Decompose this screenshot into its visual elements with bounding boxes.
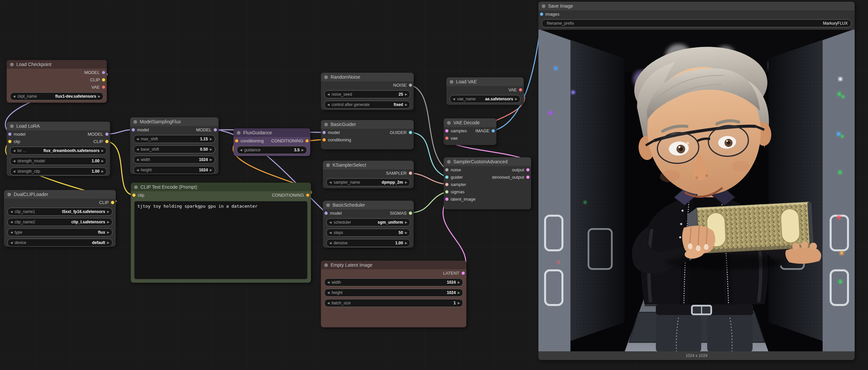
increment-arrow-icon[interactable]: ▶ <box>302 149 304 152</box>
prompt-textarea[interactable]: tjtoy toy holding sparkgpu gpu in a data… <box>134 201 308 279</box>
decrement-arrow-icon[interactable]: ◀ <box>329 221 332 224</box>
node-titlebar[interactable]: Load LoRA <box>7 122 110 130</box>
decrement-arrow-icon[interactable]: ◀ <box>136 158 139 161</box>
decrement-arrow-icon[interactable]: ◀ <box>329 181 332 184</box>
node-titlebar[interactable]: CLIP Text Encode (Prompt) <box>131 183 311 191</box>
node-titlebar[interactable]: Empty Latent Image <box>321 261 466 269</box>
SAMPLER-output-pin[interactable] <box>409 171 412 175</box>
increment-arrow-icon[interactable]: ▶ <box>458 281 460 284</box>
decrement-arrow-icon[interactable]: ◀ <box>13 170 16 173</box>
increment-arrow-icon[interactable]: ▶ <box>210 158 212 161</box>
width-widget[interactable]: ◀width1024▶ <box>133 156 215 164</box>
noise-input-pin[interactable] <box>445 168 449 172</box>
decrement-arrow-icon[interactable]: ◀ <box>10 231 13 234</box>
node-titlebar[interactable]: ModelSamplingFlux <box>130 117 218 126</box>
increment-arrow-icon[interactable]: ▶ <box>458 291 460 294</box>
filename-prefix-widget[interactable]: filename_prefixMarkuryFLUX <box>542 19 851 27</box>
VAE-output-pin[interactable] <box>102 85 105 89</box>
node-flux-guidance[interactable]: FluxGuidanceconditioningCONDITIONING◀gui… <box>234 128 310 156</box>
collapse-dot[interactable] <box>447 121 451 125</box>
collapse-dot[interactable] <box>324 263 328 267</box>
decrement-arrow-icon[interactable]: ◀ <box>240 149 242 152</box>
sampler-name-widget[interactable]: ◀sampler_namedpmpp_2m▶ <box>326 178 410 186</box>
CLIP-output-pin[interactable] <box>111 201 115 204</box>
node-dual-clip-loader[interactable]: DualCLIPLoaderCLIP◀clip_name1t5xxl_fp16.… <box>4 190 116 247</box>
increment-arrow-icon[interactable]: ▶ <box>515 98 518 101</box>
decrement-arrow-icon[interactable]: ◀ <box>10 241 13 244</box>
increment-arrow-icon[interactable]: ▶ <box>405 221 407 224</box>
width-widget[interactable]: ◀width1024▶ <box>324 278 463 286</box>
increment-arrow-icon[interactable]: ▶ <box>107 221 110 224</box>
increment-arrow-icon[interactable]: ▶ <box>101 160 104 163</box>
node-titlebar[interactable]: VAE Decode <box>444 118 496 127</box>
collapse-dot[interactable] <box>326 203 330 207</box>
vae-name-widget[interactable]: ◀vae_nameae.safetensors▶ <box>450 95 520 103</box>
latent_image-input-pin[interactable] <box>445 197 449 201</box>
model-input-pin[interactable] <box>322 131 326 134</box>
base-shift-widget[interactable]: ◀base_shift0.50▶ <box>133 145 215 153</box>
collapse-dot[interactable] <box>324 75 328 79</box>
vae-input-pin[interactable] <box>445 136 449 140</box>
SIGMAS-output-pin[interactable] <box>409 211 412 215</box>
max-shift-widget[interactable]: ◀max_shift1.15▶ <box>133 135 215 143</box>
decrement-arrow-icon[interactable]: ◀ <box>327 103 330 106</box>
ckpt-name-widget[interactable]: ◀ckpt_nameflux1-dev.safetensors▶ <box>10 92 103 100</box>
increment-arrow-icon[interactable]: ▶ <box>210 138 212 141</box>
node-load-vae[interactable]: Load VAEVAE◀vae_nameae.safetensors▶ <box>446 77 524 105</box>
decrement-arrow-icon[interactable]: ◀ <box>329 231 332 234</box>
collapse-dot[interactable] <box>10 124 14 128</box>
increment-arrow-icon[interactable]: ▶ <box>107 210 110 213</box>
clip-input-pin[interactable] <box>8 140 12 143</box>
increment-arrow-icon[interactable]: ▶ <box>101 149 104 152</box>
conditioning-input-pin[interactable] <box>322 138 326 142</box>
VAE-output-pin[interactable] <box>519 88 522 92</box>
MODEL-output-pin[interactable] <box>102 71 105 74</box>
node-titlebar[interactable]: BasicGuider <box>321 120 414 129</box>
node-model-sampling-flux[interactable]: ModelSamplingFluxmodelMODEL◀max_shift1.1… <box>130 117 218 174</box>
conditioning-input-pin[interactable] <box>235 139 239 143</box>
CONDITIONING-output-pin[interactable] <box>305 139 309 143</box>
collapse-dot[interactable] <box>10 63 14 66</box>
decrement-arrow-icon[interactable]: ◀ <box>10 210 13 213</box>
node-sampler-custom-advanced[interactable]: SamplerCustomAdvancednoiseoutputguiderde… <box>444 157 531 209</box>
decrement-arrow-icon[interactable]: ◀ <box>13 95 16 98</box>
device-widget[interactable]: ◀devicedefault▶ <box>7 239 113 247</box>
decrement-arrow-icon[interactable]: ◀ <box>13 149 16 152</box>
node-empty-latent-image[interactable]: Empty Latent ImageLATENT◀width1024▶◀heig… <box>321 261 466 327</box>
node-save-image[interactable]: Save Imageimagesfilename_prefixMarkuryFL… <box>538 2 855 360</box>
decrement-arrow-icon[interactable]: ◀ <box>329 242 332 245</box>
scheduler-widget[interactable]: ◀schedulersgm_uniform▶ <box>326 218 410 226</box>
CLIP-output-pin[interactable] <box>102 78 105 82</box>
increment-arrow-icon[interactable]: ▶ <box>405 181 407 184</box>
increment-arrow-icon[interactable]: ▶ <box>107 241 110 244</box>
clip-input-pin[interactable] <box>132 193 136 197</box>
decrement-arrow-icon[interactable]: ◀ <box>136 138 139 141</box>
denoise-widget[interactable]: ◀denoise1.00▶ <box>326 239 410 247</box>
node-vae-decode[interactable]: VAE DecodesamplesIMAGEvae <box>444 118 496 145</box>
decrement-arrow-icon[interactable]: ◀ <box>327 291 330 294</box>
node-graph-canvas[interactable]: Load CheckpointMODELCLIPVAE◀ckpt_nameflu… <box>0 0 868 370</box>
MODEL-output-pin[interactable] <box>214 128 217 132</box>
batch-size-widget[interactable]: ◀batch_size1▶ <box>324 299 463 307</box>
decrement-arrow-icon[interactable]: ◀ <box>327 93 330 96</box>
node-titlebar[interactable]: BasicScheduler <box>323 201 414 209</box>
node-titlebar[interactable]: KSamplerSelect <box>323 161 414 169</box>
control-after-generate-widget[interactable]: ◀control after generatefixed▶ <box>324 101 410 109</box>
node-titlebar[interactable]: Load VAE <box>446 77 524 86</box>
model-input-pin[interactable] <box>8 132 12 136</box>
CONDITIONING-output-pin[interactable] <box>306 193 310 197</box>
collapse-dot[interactable] <box>133 120 137 124</box>
type-widget[interactable]: ◀typeflux▶ <box>7 228 113 236</box>
decrement-arrow-icon[interactable]: ◀ <box>453 98 455 101</box>
decrement-arrow-icon[interactable]: ◀ <box>136 148 139 151</box>
guider-input-pin[interactable] <box>445 175 449 179</box>
model-input-pin[interactable] <box>324 211 328 215</box>
node-random-noise[interactable]: RandomNoiseNOISE◀noise_seed25▶◀control a… <box>321 73 414 110</box>
collapse-dot[interactable] <box>324 123 328 126</box>
collapse-dot[interactable] <box>450 80 453 84</box>
collapse-dot[interactable] <box>542 4 546 8</box>
node-load-lora[interactable]: Load LoRAmodelMODELclipCLIP◀lor ...flux_… <box>7 122 110 176</box>
samples-input-pin[interactable] <box>445 129 449 133</box>
noise-seed-widget[interactable]: ◀noise_seed25▶ <box>324 90 410 98</box>
IMAGE-output-pin[interactable] <box>491 129 495 133</box>
